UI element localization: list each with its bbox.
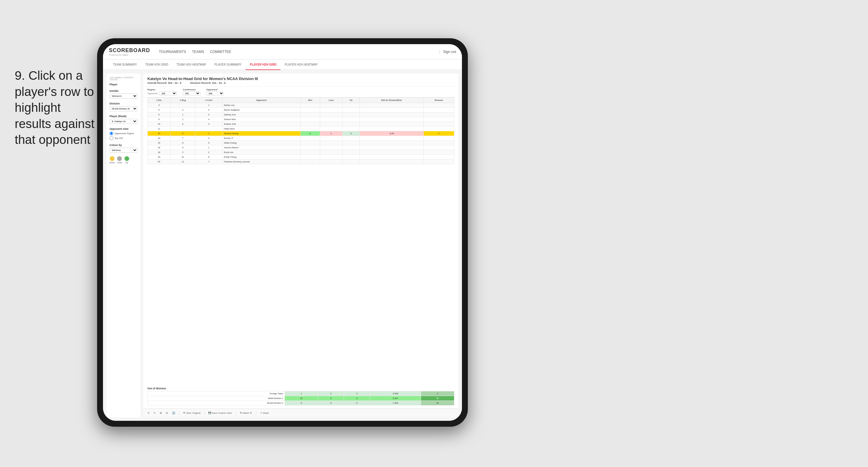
nav-committee[interactable]: COMMITTEE	[210, 49, 231, 55]
content-header: Katelyn Vo Head-to-Head Grid for Women's…	[143, 73, 458, 87]
cell-rounds	[424, 113, 454, 117]
toolbar-action3[interactable]: 🔄	[171, 411, 176, 415]
toolbar-divider3	[236, 411, 236, 415]
sidebar-gender-label: Gender	[110, 89, 137, 92]
cell-win	[301, 141, 320, 145]
gender-select[interactable]: Women's	[110, 94, 137, 99]
color-legend: Down Level Up	[110, 156, 137, 164]
toolbar-view-original[interactable]: 👁 View: Original	[182, 411, 202, 415]
cell-div: 20	[148, 159, 170, 164]
sidebar-player-label: Player	[110, 83, 137, 86]
filter-opponent-select[interactable]: (All)	[206, 92, 224, 95]
content-area: Katelyn Vo Head-to-Head Grid for Women's…	[143, 73, 458, 417]
division-select[interactable]: NCAA Division III	[110, 106, 137, 111]
cell-reg: 11	[170, 159, 195, 164]
legend-up-dot	[124, 156, 129, 161]
table-row[interactable]: 19 10 6 Emily Chang	[148, 155, 454, 159]
toolbar-save-custom-view[interactable]: 💾 Save Custom View	[207, 411, 233, 415]
toolbar-action2[interactable]: ⊟	[165, 411, 169, 415]
table-row[interactable]: 13 6 1 Jessica Huang 0 1 0 -3.00 2	[148, 131, 454, 136]
table-row[interactable]: 11 Haeji Hyun	[148, 127, 454, 131]
filter-region-label: Region	[147, 88, 177, 91]
cell-tie	[342, 155, 360, 159]
cell-opponent: Jessica Mason	[222, 145, 301, 150]
table-row[interactable]: 6 1 3 Sydney Kuo	[148, 113, 454, 117]
filter-conference-select[interactable]: (All)	[183, 92, 200, 95]
sign-out-area[interactable]: Sign out	[439, 50, 456, 54]
cell-div: 10	[148, 122, 170, 127]
table-row[interactable]: 14 7 4 Eunice Yi	[148, 136, 454, 141]
ood-cell-col3: 0	[344, 396, 370, 401]
cell-opponent: Sharon Mun	[222, 117, 301, 122]
sidebar-player-section: Player	[110, 83, 137, 86]
table-row[interactable]: 5 2 2 Alexis Sudjianto	[148, 108, 454, 113]
cell-tie	[342, 159, 360, 164]
sidebar-opponent-view-label: Opponent view	[110, 127, 137, 130]
table-row[interactable]: 18 2 2 Euna Lee	[148, 150, 454, 155]
cell-win	[301, 122, 320, 127]
sub-nav: TEAM SUMMARY TEAM H2H GRID TEAM H2H HEAT…	[103, 59, 462, 70]
tab-team-h2h-grid[interactable]: TEAM H2H GRID	[141, 59, 173, 70]
ood-row[interactable]: NAIA Division 1 15 0 0 9.267 30	[148, 396, 454, 401]
table-row[interactable]: 10 6 3 Andrea York	[148, 122, 454, 127]
nav-tournaments[interactable]: TOURNAMENTS	[159, 49, 186, 55]
cell-diff: -3.00	[360, 131, 424, 136]
player-rank-select[interactable]: 8. Katelyn Vo	[110, 119, 137, 124]
cell-reg	[170, 103, 195, 108]
table-row[interactable]: 3 1 Esther Lee	[148, 103, 454, 108]
table-row[interactable]: 15 8 5 Stella Chang	[148, 141, 454, 145]
ood-cell-col3: 0	[344, 392, 370, 396]
toolbar-share[interactable]: ⇗ Share	[259, 411, 270, 415]
cell-div: 14	[148, 136, 170, 141]
cell-tie	[342, 117, 360, 122]
opponent-view-radios: Opponents Played Top 100	[110, 131, 137, 140]
sidebar-division-section: Division NCAA Division III	[110, 102, 137, 111]
logo-area: SCOREBOARD Powered by clippd	[109, 48, 150, 56]
toolbar-redo[interactable]: ↻	[152, 411, 157, 415]
toolbar: ↺ ↻ ⊞ ⊟ 🔄 👁 View: Original 💾 Save Custom…	[143, 408, 458, 417]
nav-teams[interactable]: TEAMS	[192, 49, 204, 55]
ood-body: Foreign Team 1 0 0 4.500 2 NAIA Division…	[148, 392, 454, 405]
ood-table: Foreign Team 1 0 0 4.500 2 NAIA Division…	[147, 391, 454, 405]
ood-cell-col5: 2	[421, 392, 454, 396]
tab-team-h2h-heatmap[interactable]: TEAM H2H HEATMAP	[173, 59, 210, 70]
cell-opponent: Federica Domecq Lacroze	[222, 159, 301, 164]
cell-tie	[342, 113, 360, 117]
cell-reg: 7	[170, 136, 195, 141]
ood-cell-col3: 0	[344, 401, 370, 405]
cell-div: 15	[148, 141, 170, 145]
toolbar-undo[interactable]: ↺	[146, 411, 151, 415]
cell-conf: 7	[195, 159, 222, 164]
cell-diff	[360, 136, 424, 141]
cell-rounds	[424, 103, 454, 108]
tab-player-summary[interactable]: PLAYER SUMMARY	[210, 59, 246, 70]
toolbar-watch[interactable]: 👁 Watch ▼	[239, 411, 253, 415]
table-row[interactable]: 20 11 7 Federica Domecq Lacroze	[148, 159, 454, 164]
cell-rounds	[424, 117, 454, 122]
sidebar-opponent-view-section: Opponent view Opponents Played Top 100	[110, 127, 137, 140]
colour-by-select[interactable]: Win/loss	[110, 148, 137, 153]
cell-loss	[320, 159, 342, 164]
ood-row[interactable]: Foreign Team 1 0 0 4.500 2	[148, 392, 454, 396]
table-row[interactable]: 16 9 1 Jessica Mason	[148, 145, 454, 150]
tab-player-h2h-grid[interactable]: PLAYER H2H GRID	[246, 59, 280, 70]
ood-cell-col5: 30	[421, 396, 454, 401]
tab-player-h2h-heatmap[interactable]: PLAYER H2H HEATMAP	[280, 59, 321, 70]
table-row[interactable]: 9 1 4 Sharon Mun	[148, 117, 454, 122]
col-header-win: Win	[301, 98, 320, 103]
cell-diff	[360, 108, 424, 113]
radio-opponents-played[interactable]: Opponents Played	[110, 131, 137, 135]
toolbar-action1[interactable]: ⊞	[159, 411, 163, 415]
cell-diff	[360, 141, 424, 145]
cell-conf: 4	[195, 117, 222, 122]
filter-opponents-select[interactable]: (All)	[159, 92, 177, 95]
cell-tie	[342, 103, 360, 108]
ood-row[interactable]: NCAA Division 2 5 0 0 7.400 10	[148, 401, 454, 405]
cell-conf: 1	[195, 103, 222, 108]
division-record: Division Record: 331 - 34 - 6	[190, 82, 226, 85]
radio-top100[interactable]: Top 100	[110, 136, 137, 140]
tab-team-summary[interactable]: TEAM SUMMARY	[109, 59, 141, 70]
nav-links: TOURNAMENTS TEAMS COMMITTEE	[159, 49, 439, 55]
cell-reg: 2	[170, 108, 195, 113]
cell-win	[301, 159, 320, 164]
